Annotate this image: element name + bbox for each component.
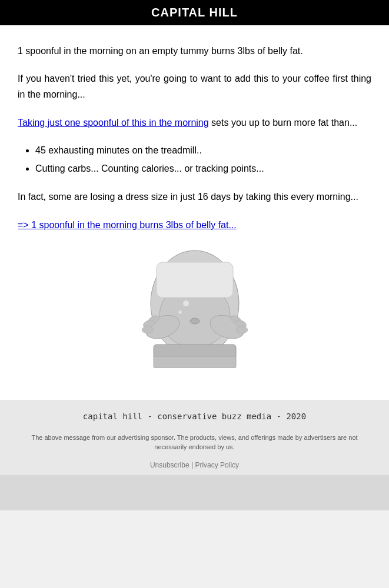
bottom-gray-area — [0, 475, 389, 510]
privacy-policy-link[interactable]: Privacy Policy — [195, 461, 239, 469]
belly-illustration — [136, 245, 254, 368]
svg-point-10 — [236, 326, 248, 333]
paragraph-1: 1 spoonful in the morning on an empty tu… — [18, 43, 371, 59]
list-item: Cutting carbs... Counting calories... or… — [35, 161, 371, 178]
footer-disclaimer: The above message from our advertising s… — [18, 433, 371, 452]
unsubscribe-link[interactable]: Unsubscribe — [150, 461, 189, 469]
header-banner: CAPITAL HILL — [0, 0, 389, 25]
image-container — [18, 245, 371, 370]
svg-point-15 — [178, 310, 182, 314]
footer-links: Unsubscribe | Privacy Policy — [12, 461, 377, 469]
footer: capital hill - conservative buzz media -… — [0, 400, 389, 475]
link-burns-belly-fat[interactable]: => 1 spoonful in the morning burns 3lbs … — [18, 220, 237, 230]
footer-branding: capital hill - conservative buzz media -… — [12, 412, 377, 421]
svg-point-14 — [183, 300, 189, 306]
paragraph-2: If you haven't tried this yet, you're go… — [18, 71, 371, 102]
paragraph-3: Taking just one spoonful of this in the … — [18, 115, 371, 131]
paragraph-4: In fact, some are losing a dress size in… — [18, 189, 371, 205]
paragraph-5: => 1 spoonful in the morning burns 3lbs … — [18, 217, 371, 233]
separator: | — [191, 461, 193, 469]
svg-rect-11 — [157, 262, 233, 298]
svg-point-2 — [190, 318, 200, 324]
bullet-list: 45 exhausting minutes on the treadmill..… — [35, 142, 371, 178]
link-spoonful-morning[interactable]: Taking just one spoonful of this in the … — [18, 118, 209, 128]
svg-rect-13 — [154, 356, 236, 368]
list-item: 45 exhausting minutes on the treadmill.. — [35, 142, 371, 159]
svg-point-7 — [142, 326, 154, 333]
header-title: CAPITAL HILL — [151, 6, 238, 19]
main-content: 1 spoonful in the morning on an empty tu… — [0, 25, 389, 400]
